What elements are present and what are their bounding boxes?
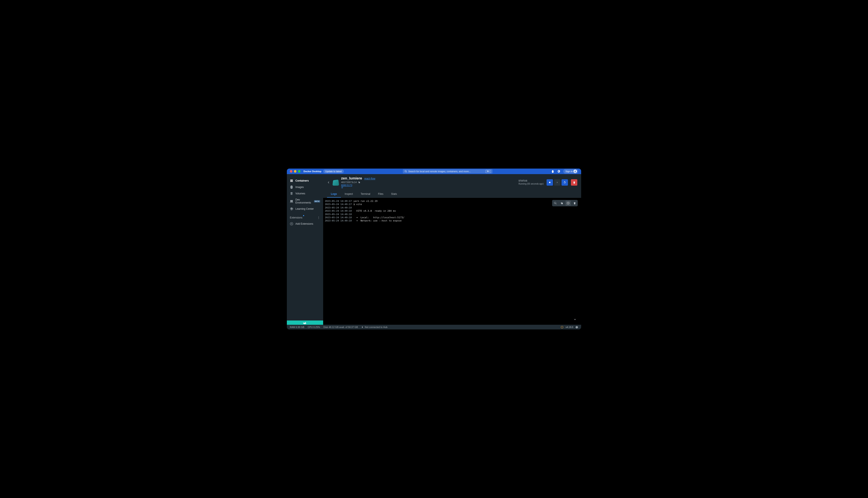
close-window-button[interactable]	[290, 170, 292, 173]
sidebar-item-add-extensions[interactable]: Add Extensions	[287, 221, 323, 227]
menu-bar: Docker Desktop Update to latest ⌘K Sign …	[287, 169, 581, 174]
log-line: 2023-05-24 14:49:18 VITE v4.3.8 ready in…	[323, 209, 581, 212]
tab-files[interactable]: Files	[374, 191, 387, 198]
sidebar: Containers Images Volumes	[287, 174, 323, 325]
sidebar-bottom-accent	[287, 320, 323, 325]
ram-usage: RAM 6.99 GB	[290, 326, 304, 328]
port-link[interactable]: 8080:5173	[341, 184, 352, 186]
global-search[interactable]: ⌘K	[403, 169, 493, 173]
sidebar-item-dev-environments[interactable]: Dev Environments BETA	[287, 197, 323, 206]
extensions-notification-dot	[303, 215, 304, 216]
log-toolbar	[552, 200, 578, 206]
status-label: STATUS	[519, 180, 544, 182]
container-header: zen_lumiere react-flow 465733873c14 8080…	[323, 174, 581, 191]
sidebar-item-label: Learning Center	[295, 207, 314, 210]
container-name: zen_lumiere	[341, 176, 362, 181]
beta-badge: BETA	[314, 200, 320, 202]
settings-gear-icon[interactable]	[557, 170, 560, 173]
back-button[interactable]	[327, 181, 330, 184]
svg-rect-1	[549, 182, 550, 183]
sidebar-item-label: Add Extensions	[295, 222, 313, 225]
minimize-window-button[interactable]	[294, 170, 296, 173]
status-value: Running (55 seconds ago)	[519, 182, 544, 185]
sidebar-item-label: Dev Environments	[295, 198, 312, 204]
log-message: yarn run v1.22.19	[352, 199, 378, 203]
copy-id-button[interactable]	[358, 181, 360, 183]
log-line: 2023-05-24 14:49:17yarn run v1.22.19	[323, 199, 581, 203]
container-avatar-icon	[333, 180, 339, 186]
sign-in-button[interactable]: Sign in	[563, 169, 578, 174]
whale-icon	[303, 321, 307, 324]
extensions-header: Extensions ⋮	[287, 212, 323, 221]
scroll-to-bottom-button[interactable]	[572, 317, 578, 322]
volumes-icon	[290, 192, 293, 195]
bug-icon[interactable]	[551, 170, 554, 173]
restart-button[interactable]	[562, 179, 568, 186]
search-icon	[405, 170, 407, 173]
extensions-menu-button[interactable]: ⋮	[317, 216, 320, 219]
log-line: 2023-05-24 14:49:18	[323, 206, 581, 209]
tab-logs[interactable]: Logs	[327, 191, 341, 198]
log-timestamp: 2023-05-24 14:49:17	[323, 203, 352, 206]
log-copy-button[interactable]	[559, 200, 564, 206]
feedback-icon[interactable]	[575, 326, 578, 329]
status-bar: RAM 6.99 GB CPU 0.25% Disk 48.12 GB avai…	[287, 325, 581, 329]
log-timestamp: 2023-05-24 14:49:18	[323, 206, 352, 209]
app-window: Docker Desktop Update to latest ⌘K Sign …	[287, 169, 581, 329]
fullscreen-window-button[interactable]	[298, 170, 301, 173]
log-line: 2023-05-24 14:49:18 ➜ Local: http://loca…	[323, 216, 581, 219]
tab-terminal[interactable]: Terminal	[357, 191, 374, 198]
account-avatar-icon	[573, 170, 577, 173]
log-lines: 2023-05-24 14:49:17yarn run v1.22.192023…	[323, 198, 581, 224]
containers-icon	[290, 179, 293, 182]
log-message: ➜ Local: http://localhost:5173/	[352, 216, 404, 219]
hub-status: Not connected to Hub	[361, 326, 387, 328]
plug-icon	[361, 326, 364, 328]
log-area: 2023-05-24 14:49:17yarn run v1.22.192023…	[323, 198, 581, 325]
log-message: ➜ Network: use --host to expose	[352, 219, 401, 222]
log-timestamp: 2023-05-24 14:49:17	[323, 199, 352, 203]
add-icon	[290, 222, 293, 225]
container-tabs: Logs Inspect Terminal Files Stats	[323, 191, 581, 198]
log-line: 2023-05-24 14:49:17$ vite	[323, 203, 581, 206]
start-button	[554, 179, 560, 186]
update-button[interactable]: Update to latest	[323, 169, 344, 173]
sign-in-label: Sign in	[565, 170, 573, 173]
app-title: Docker Desktop	[304, 170, 321, 173]
log-search-button[interactable]	[553, 200, 558, 206]
sidebar-item-containers[interactable]: Containers	[287, 178, 323, 184]
log-line: 2023-05-24 14:49:18	[323, 213, 581, 216]
warning-icon[interactable]	[561, 326, 563, 329]
stop-button[interactable]	[547, 179, 553, 186]
log-timestamp: 2023-05-24 14:49:18	[323, 216, 352, 219]
log-message: VITE v4.3.8 ready in 284 ms	[352, 209, 396, 212]
sidebar-item-label: Images	[295, 186, 304, 188]
main-panel: zen_lumiere react-flow 465733873c14 8080…	[323, 174, 581, 325]
sidebar-item-images[interactable]: Images	[287, 184, 323, 190]
log-line: 2023-05-24 14:49:18 ➜ Network: use --hos…	[323, 219, 581, 222]
external-link-icon[interactable]	[341, 186, 375, 188]
extensions-label: Extensions	[290, 216, 303, 219]
tab-inspect[interactable]: Inspect	[341, 191, 357, 198]
disk-usage: Disk 48.12 GB avail. of 58.37 GB	[323, 326, 358, 328]
tab-stats[interactable]: Stats	[387, 191, 401, 198]
log-timestamp-toggle[interactable]	[565, 200, 571, 206]
log-message	[352, 206, 354, 209]
log-clear-button[interactable]	[572, 200, 577, 206]
cpu-usage: CPU 0.25%	[308, 326, 320, 328]
container-image-link[interactable]: react-flow	[364, 177, 375, 180]
container-id: 465733873c14	[341, 181, 357, 183]
version-label[interactable]: v4.18.0	[565, 326, 573, 328]
log-message: $ vite	[352, 203, 362, 206]
sidebar-item-learning-center[interactable]: Learning Center	[287, 206, 323, 212]
sidebar-item-label: Containers	[295, 179, 309, 182]
sidebar-item-label: Volumes	[295, 192, 305, 195]
sidebar-item-volumes[interactable]: Volumes	[287, 190, 323, 197]
delete-button[interactable]	[571, 179, 577, 186]
images-icon	[290, 185, 293, 189]
learning-center-icon	[290, 207, 293, 211]
search-hotkey-badge: ⌘K	[485, 170, 491, 173]
log-timestamp: 2023-05-24 14:49:18	[323, 209, 352, 212]
search-input[interactable]	[408, 170, 484, 173]
log-timestamp: 2023-05-24 14:49:18	[323, 219, 352, 222]
